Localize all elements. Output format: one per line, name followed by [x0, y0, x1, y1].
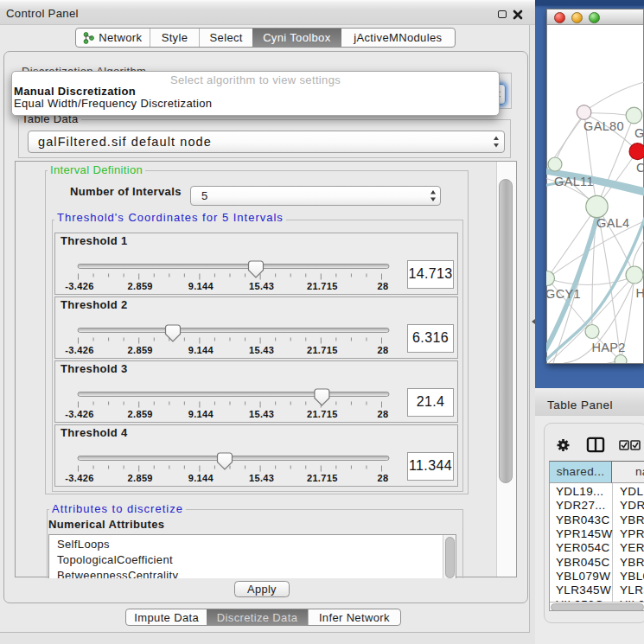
svg-text:21.715: 21.715	[307, 345, 338, 355]
svg-text:9.144: 9.144	[188, 473, 214, 483]
svg-text:HAP2: HAP2	[592, 341, 626, 354]
svg-text:9.144: 9.144	[188, 345, 214, 355]
svg-text:-3.426: -3.426	[65, 281, 93, 291]
svg-text:15.43: 15.43	[249, 345, 274, 355]
svg-text:9.144: 9.144	[188, 281, 214, 291]
svg-text:21.715: 21.715	[307, 473, 338, 483]
svg-text:15.43: 15.43	[249, 473, 274, 483]
svg-text:2.859: 2.859	[128, 409, 153, 419]
svg-text:28: 28	[378, 281, 389, 291]
svg-text:GAL11: GAL11	[554, 175, 594, 188]
svg-text:2.859: 2.859	[128, 345, 153, 355]
svg-text:9.144: 9.144	[188, 409, 214, 419]
svg-text:28: 28	[378, 345, 389, 355]
svg-text:GAL2: GAL2	[634, 126, 644, 140]
svg-text:2.859: 2.859	[128, 281, 153, 291]
svg-text:28: 28	[378, 409, 389, 419]
svg-text:21.715: 21.715	[307, 281, 338, 291]
svg-text:15.43: 15.43	[249, 409, 274, 419]
svg-text:HIS7: HIS7	[636, 286, 644, 300]
svg-text:GAL80: GAL80	[583, 119, 624, 133]
svg-text:21.715: 21.715	[307, 409, 338, 419]
svg-text:-3.426: -3.426	[65, 345, 93, 355]
svg-text:GAL4: GAL4	[596, 216, 629, 230]
svg-text:CDC2: CDC2	[636, 161, 644, 175]
svg-text:2.859: 2.859	[128, 473, 153, 483]
svg-text:-3.426: -3.426	[65, 473, 93, 483]
svg-text:-3.426: -3.426	[65, 409, 93, 419]
svg-text:GCY1: GCY1	[546, 287, 581, 301]
svg-text:15.43: 15.43	[249, 281, 274, 291]
svg-text:28: 28	[378, 473, 389, 483]
